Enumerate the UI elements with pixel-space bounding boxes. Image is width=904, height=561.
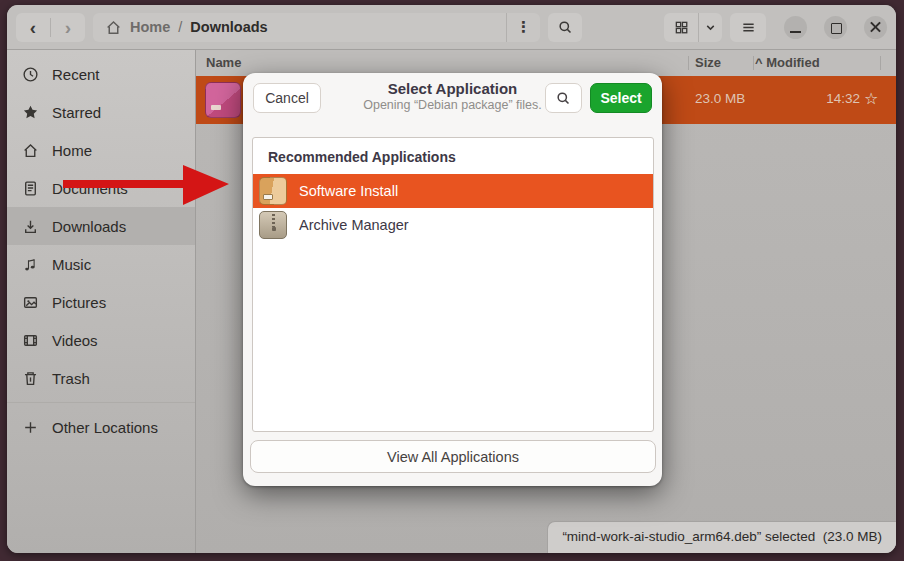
column-separator[interactable]	[880, 56, 881, 70]
film-icon	[22, 332, 39, 349]
document-icon	[22, 180, 39, 197]
sidebar-item-label: Trash	[52, 370, 90, 387]
dialog-search-button[interactable]	[545, 83, 582, 113]
close-button[interactable]	[864, 16, 887, 39]
sidebar-item-label: Home	[52, 142, 92, 159]
selection-status-bar: “mind-work-ai-studio_arm64.deb” selected…	[547, 521, 896, 553]
download-arrow-icon	[22, 218, 39, 235]
deb-package-file-icon	[205, 82, 241, 118]
back-button[interactable]: ‹	[16, 18, 50, 37]
back-icon: ‹	[30, 18, 36, 37]
sidebar-item-videos[interactable]: Videos	[7, 321, 195, 359]
home-icon	[105, 19, 122, 36]
clock-icon	[22, 66, 39, 83]
headerbar: ‹ › Home / Downloads ⋮	[7, 5, 896, 50]
sidebar-item-downloads[interactable]: Downloads	[7, 207, 195, 245]
music-note-icon	[22, 256, 39, 273]
chevron-down-icon	[704, 21, 717, 34]
app-row-software-install[interactable]: Software Install	[253, 174, 653, 208]
application-list: Recommended Applications Software Instal…	[252, 137, 654, 432]
star-icon	[22, 104, 39, 121]
window-controls	[784, 16, 887, 39]
grid-view-icon	[674, 20, 689, 35]
select-button[interactable]: Select	[590, 83, 652, 113]
sidebar-item-other-locations[interactable]: Other Locations	[7, 408, 195, 446]
archive-manager-icon	[259, 211, 287, 239]
sidebar-item-pictures[interactable]: Pictures	[7, 283, 195, 321]
sidebar-item-recent[interactable]: Recent	[7, 55, 195, 93]
sidebar-item-home[interactable]: Home	[7, 131, 195, 169]
sidebar-item-music[interactable]: Music	[7, 245, 195, 283]
search-icon	[558, 20, 573, 35]
column-separator[interactable]	[753, 56, 754, 70]
maximize-button[interactable]	[824, 16, 847, 39]
sidebar-item-label: Music	[52, 256, 91, 273]
home-icon	[22, 142, 39, 159]
path-menu-button[interactable]: ⋮	[507, 18, 540, 36]
hamburger-icon	[741, 20, 756, 35]
sidebar-item-label: Pictures	[52, 294, 106, 311]
sidebar-item-label: Downloads	[52, 218, 126, 235]
file-size: 23.0 MB	[695, 91, 745, 106]
sidebar-item-label: Recent	[52, 66, 100, 83]
grid-view-button[interactable]	[664, 13, 698, 42]
sidebar-item-documents[interactable]: Documents	[7, 169, 195, 207]
column-separator[interactable]	[688, 56, 689, 70]
forward-button[interactable]: ›	[50, 18, 85, 37]
breadcrumb[interactable]: Home / Downloads ⋮	[93, 13, 540, 42]
app-name: Software Install	[299, 183, 398, 199]
select-application-dialog: Cancel Select Application Opening “Debia…	[243, 73, 662, 486]
column-header-modified[interactable]: ^ Modified	[755, 55, 820, 70]
breadcrumb-current[interactable]: Downloads	[190, 19, 267, 35]
image-icon	[22, 294, 39, 311]
sort-caret: ^	[755, 55, 763, 70]
modified-label: Modified	[766, 55, 819, 70]
sidebar-item-trash[interactable]: Trash	[7, 359, 195, 397]
software-install-icon	[259, 177, 287, 205]
nav-button-group: ‹ ›	[16, 13, 85, 42]
sidebar-item-starred[interactable]: Starred	[7, 93, 195, 131]
star-outline-icon: ☆	[864, 90, 878, 107]
sidebar-separator	[7, 402, 195, 403]
app-name: Archive Manager	[299, 217, 409, 233]
forward-icon: ›	[65, 18, 71, 37]
sidebar: Recent Starred Home	[7, 50, 196, 553]
plus-icon	[22, 419, 39, 436]
sidebar-item-label: Starred	[52, 104, 101, 121]
recommended-section-header: Recommended Applications	[253, 138, 653, 174]
column-header-name[interactable]: Name	[206, 55, 241, 70]
search-icon	[556, 91, 571, 106]
star-toggle[interactable]: ☆	[864, 89, 878, 108]
view-toggle-group	[664, 13, 722, 42]
sidebar-item-label: Other Locations	[52, 419, 158, 436]
main-menu-button[interactable]	[730, 13, 766, 42]
dialog-header-actions: Select	[545, 83, 652, 113]
breadcrumb-home[interactable]: Home	[130, 19, 170, 35]
search-button[interactable]	[548, 13, 582, 42]
dialog-header: Cancel Select Application Opening “Debia…	[243, 73, 662, 123]
sidebar-item-label: Videos	[52, 332, 98, 349]
column-header-size[interactable]: Size	[695, 55, 721, 70]
minimize-button[interactable]	[784, 16, 807, 39]
app-row-archive-manager[interactable]: Archive Manager	[253, 208, 653, 242]
screenshot-stage: ‹ › Home / Downloads ⋮	[0, 0, 904, 561]
kebab-icon: ⋮	[516, 18, 531, 35]
trash-icon	[22, 370, 39, 387]
file-modified-time: 14:32	[826, 91, 860, 106]
sidebar-item-label: Documents	[52, 180, 128, 197]
view-all-applications-button[interactable]: View All Applications	[250, 440, 656, 473]
cancel-button[interactable]: Cancel	[253, 83, 321, 113]
breadcrumb-separator: /	[178, 19, 182, 35]
view-options-button[interactable]	[698, 13, 722, 42]
